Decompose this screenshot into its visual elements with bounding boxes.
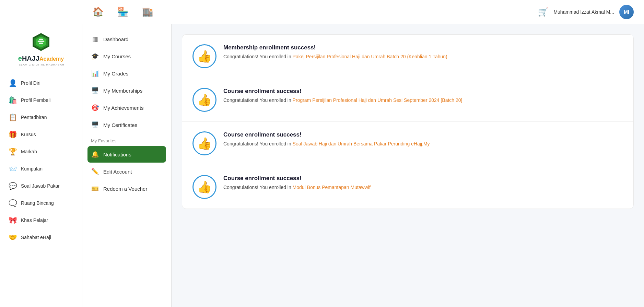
- sidebar-item-pentadbiran[interactable]: 📋 Pentadbiran: [5, 109, 77, 126]
- ruang-bincang-icon: 🗨️: [8, 198, 17, 208]
- sidebar-item-ruang-bincang[interactable]: 🗨️ Ruang Bincang: [5, 195, 77, 211]
- left-sidebar-menu: 👤 Profil Diri 🛍️ Profil Pembeli 📋 Pentad…: [5, 75, 77, 246]
- notification-title-3: Course enrollment success!: [223, 131, 623, 138]
- sidebar-item-profil-diri[interactable]: 👤 Profil Diri: [5, 75, 77, 91]
- redeem-voucher-icon: 🎫: [91, 185, 99, 192]
- kursus-icon: 🎁: [8, 130, 17, 139]
- notification-card-4: 👍 Course enrollment success! Congratulat…: [182, 165, 633, 209]
- notification-thumb-4: 👍: [192, 175, 216, 199]
- notification-body-3: Course enrollment success! Congratulatio…: [223, 131, 623, 147]
- mid-item-dashboard[interactable]: ▦ Dashboard: [87, 31, 166, 47]
- markah-icon: 🏆: [8, 147, 17, 156]
- notification-body-1: Membership enrollment success! Congratul…: [223, 44, 623, 60]
- highlight-4: Modul Bonus Pemantapan Mutawwif: [293, 185, 371, 190]
- header-user-area: 🛒 Muhammad Izzat Akmal M... MI: [538, 5, 634, 19]
- profil-diri-label: Profil Diri: [21, 80, 40, 86]
- kumpulan-label: Kumpulan: [21, 166, 43, 172]
- main-content: 👍 Membership enrollment success! Congrat…: [172, 24, 644, 307]
- profil-diri-icon: 👤: [8, 78, 17, 88]
- svg-rect-3: [38, 40, 45, 42]
- brand-name: eHAJJAcademy: [18, 55, 64, 62]
- mid-item-edit-account[interactable]: ✏️ Edit Account: [87, 163, 166, 180]
- user-name-label: Muhammad Izzat Akmal M...: [553, 9, 614, 15]
- notification-card-2: 👍 Course enrollment success! Congratulat…: [182, 78, 633, 122]
- store-nav-icon[interactable]: 🏪: [117, 7, 128, 17]
- my-achievements-label: My Achievements: [103, 105, 144, 111]
- notification-body-2: Course enrollment success! Congratulatio…: [223, 88, 623, 104]
- favorites-section-label: My Favorites: [91, 138, 166, 143]
- sahabat-ehaji-icon: 🤝: [8, 233, 17, 242]
- my-certificates-label: My Certificates: [103, 122, 137, 128]
- main-layout: eHAJJAcademy Islamic Digital Madrasah 👤 …: [0, 24, 644, 307]
- sidebar-item-sahabat-ehaji[interactable]: 🤝 Sahabat eHaji: [5, 229, 77, 246]
- khas-pelajar-label: Khas Pelajar: [21, 217, 48, 223]
- notification-thumb-3: 👍: [192, 131, 216, 155]
- sidebar-item-kursus[interactable]: 🎁 Kursus: [5, 126, 77, 143]
- sidebar-item-soal-jawab-pakar[interactable]: 💬 Soal Jawab Pakar: [5, 178, 77, 194]
- notifications-icon: 🔔: [91, 151, 99, 158]
- my-memberships-icon: 🖥️: [91, 87, 99, 94]
- notification-title-4: Course enrollment success!: [223, 175, 623, 182]
- notification-thumb-2: 👍: [192, 88, 216, 112]
- my-achievements-icon: 🎯: [91, 104, 99, 111]
- highlight-1: Pakej Persijilan Profesional Haji dan Um…: [293, 54, 447, 59]
- notification-desc-2: Congratulations! You enrolled in Program…: [223, 97, 623, 104]
- my-courses-icon: 🎓: [91, 52, 99, 60]
- dashboard-label: Dashboard: [103, 36, 128, 42]
- highlight-3: Soal Jawab Haji dan Umrah Bersama Pakar …: [293, 141, 430, 146]
- edit-account-icon: ✏️: [91, 168, 99, 175]
- profil-pembeli-icon: 🛍️: [8, 95, 17, 105]
- kursus-label: Kursus: [21, 132, 36, 137]
- my-memberships-label: My Memberships: [103, 88, 142, 94]
- pentadbiran-label: Pentadbiran: [21, 115, 47, 120]
- highlight-2: Program Persijilan Profesional Haji dan …: [293, 97, 462, 103]
- my-certificates-icon: 🖥️: [91, 121, 99, 129]
- sidebar-item-profil-pembeli[interactable]: 🛍️ Profil Pembeli: [5, 92, 77, 108]
- home-nav-icon[interactable]: 🏠: [93, 7, 104, 17]
- mid-item-redeem-voucher[interactable]: 🎫 Redeem a Voucher: [87, 180, 166, 197]
- pentadbiran-icon: 📋: [8, 113, 17, 122]
- notification-title-1: Membership enrollment success!: [223, 44, 623, 51]
- mid-item-my-memberships[interactable]: 🖥️ My Memberships: [87, 82, 166, 99]
- notification-desc-3: Congratulations! You enrolled in Soal Ja…: [223, 140, 623, 147]
- sidebar-item-markah[interactable]: 🏆 Markah: [5, 143, 77, 160]
- logo-icon: [30, 31, 52, 53]
- mid-item-my-courses[interactable]: 🎓 My Courses: [87, 48, 166, 64]
- my-grades-label: My Grades: [103, 71, 128, 76]
- shop-nav-icon[interactable]: 🏬: [142, 7, 153, 17]
- soal-jawab-label: Soal Jawab Pakar: [21, 183, 60, 189]
- sidebar-item-khas-pelajar[interactable]: 🎀 Khas Pelajar: [5, 212, 77, 228]
- left-sidebar: eHAJJAcademy Islamic Digital Madrasah 👤 …: [0, 24, 82, 307]
- avatar-initials: MI: [624, 9, 629, 15]
- mid-item-notifications[interactable]: 🔔 Notifications: [87, 146, 166, 163]
- ruang-bincang-label: Ruang Bincang: [21, 200, 54, 206]
- notifications-label: Notifications: [103, 152, 131, 157]
- edit-account-label: Edit Account: [103, 169, 132, 175]
- my-grades-icon: 📊: [91, 70, 99, 77]
- mid-item-my-certificates[interactable]: 🖥️ My Certificates: [87, 117, 166, 133]
- mid-item-my-grades[interactable]: 📊 My Grades: [87, 65, 166, 82]
- khas-pelajar-icon: 🎀: [8, 215, 17, 225]
- middle-sidebar: ▦ Dashboard 🎓 My Courses 📊 My Grades 🖥️ …: [82, 24, 172, 307]
- sahabat-ehaji-label: Sahabat eHaji: [21, 235, 51, 240]
- markah-label: Markah: [21, 149, 37, 154]
- brand-academy: Academy: [39, 56, 64, 62]
- redeem-voucher-label: Redeem a Voucher: [103, 186, 147, 192]
- cart-icon[interactable]: 🛒: [538, 7, 548, 17]
- soal-jawab-icon: 💬: [8, 181, 17, 191]
- notification-card-1: 👍 Membership enrollment success! Congrat…: [182, 35, 633, 78]
- logo-area: eHAJJAcademy Islamic Digital Madrasah: [5, 31, 77, 66]
- top-header: 🏠 🏪 🏬 🛒 Muhammad Izzat Akmal M... MI: [0, 0, 644, 24]
- my-courses-label: My Courses: [103, 54, 131, 59]
- brand-e: e: [18, 55, 22, 62]
- notification-desc-1: Congratulations! You enrolled in Pakej P…: [223, 53, 623, 60]
- profil-pembeli-label: Profil Pembeli: [21, 97, 50, 103]
- avatar[interactable]: MI: [619, 5, 634, 19]
- brand-subtitle: Islamic Digital Madrasah: [17, 63, 64, 66]
- dashboard-icon: ▦: [91, 35, 99, 43]
- svg-rect-4: [39, 39, 43, 40]
- header-nav: 🏠 🏪 🏬: [93, 7, 153, 17]
- sidebar-item-kumpulan[interactable]: 📨 Kumpulan: [5, 161, 77, 177]
- mid-item-my-achievements[interactable]: 🎯 My Achievements: [87, 99, 166, 116]
- notification-desc-4: Congratulations! You enrolled in Modul B…: [223, 184, 623, 191]
